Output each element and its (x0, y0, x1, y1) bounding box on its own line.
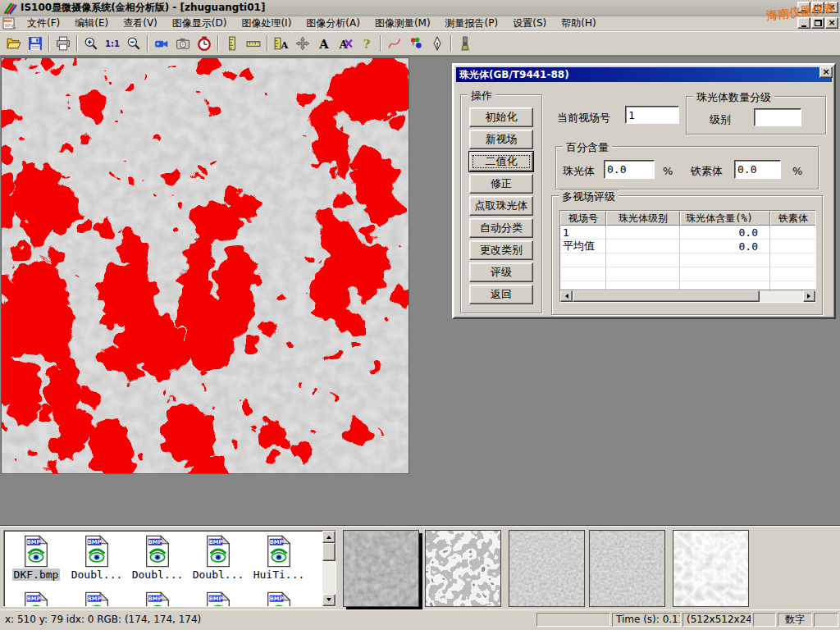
timer-icon[interactable] (194, 34, 215, 53)
pick-pearlite-button[interactable]: 点取珠光体 (469, 196, 533, 216)
open-icon[interactable] (3, 34, 25, 53)
file-name[interactable]: DKF.bmp (12, 568, 61, 581)
mdi-close-button[interactable]: × (825, 17, 838, 29)
menu-edit[interactable]: 编辑(E) (67, 17, 116, 30)
svg-text:DOC: DOC (4, 19, 13, 23)
help-icon[interactable]: ? (356, 34, 377, 53)
grade-button[interactable]: 评级 (469, 262, 533, 282)
scroll-right-icon[interactable] (803, 290, 815, 302)
measure-label-icon[interactable]: A (271, 34, 292, 53)
menu-view[interactable]: 查看(V) (116, 17, 165, 30)
file-name[interactable]: Doubl... (191, 568, 246, 581)
file-item[interactable]: Doubl... (188, 531, 249, 581)
dialog-title-bar[interactable]: 珠光体(GB/T9441-88) (456, 67, 832, 82)
status-panel-empty (536, 613, 610, 627)
menu-image-display[interactable]: 图像显示(D) (165, 17, 235, 30)
mdi-workspace: 珠光体(GB/T9441-88) × 操作 初始化 新视场 二值化 修正 点取珠… (0, 56, 840, 525)
file-item-clipped[interactable] (6, 587, 66, 607)
menu-image-processing[interactable]: 图像处理(I) (234, 17, 299, 30)
zoom-in-icon[interactable] (80, 34, 102, 53)
zoom-out-icon[interactable] (123, 34, 144, 53)
table-row[interactable]: 平均值 0.0 (560, 240, 815, 253)
brush-icon[interactable] (454, 34, 476, 53)
menu-image-analysis[interactable]: 图像分析(A) (299, 17, 368, 30)
col-field-number[interactable]: 视场号 (560, 211, 606, 226)
current-field-input[interactable] (625, 106, 679, 124)
file-item[interactable]: Doubl... (66, 531, 127, 581)
save-icon[interactable] (25, 34, 46, 53)
file-name[interactable]: HuiTi... (252, 568, 307, 581)
multi-field-group-label: 多视场评级 (559, 189, 619, 204)
file-item-clipped[interactable] (66, 587, 127, 607)
text-icon[interactable]: A (313, 34, 335, 53)
col-ferrite[interactable]: 铁素体 (770, 211, 815, 226)
minimize-button[interactable] (797, 2, 810, 13)
file-list-vertical-scrollbar[interactable] (322, 531, 336, 606)
mdi-restore-button[interactable] (811, 17, 824, 29)
video-camera-icon[interactable] (151, 34, 172, 53)
init-button[interactable]: 初始化 (469, 107, 533, 127)
binarize-button[interactable]: 二值化 (469, 152, 533, 171)
thumbnail-1[interactable] (343, 530, 419, 607)
scrollbar-thumb[interactable] (573, 290, 760, 302)
thumbnail-2[interactable] (425, 530, 501, 607)
ruler-icon[interactable] (243, 34, 264, 53)
new-field-button[interactable]: 新视场 (469, 130, 533, 149)
print-icon[interactable] (52, 34, 74, 53)
col-pearlite-grade[interactable]: 珠光体级别 (606, 211, 680, 226)
snapshot-camera-icon[interactable] (172, 34, 194, 53)
pearlite-percent-input[interactable] (604, 160, 655, 179)
menu-help[interactable]: 帮助(H) (554, 17, 603, 30)
thumbnail-5[interactable] (673, 530, 749, 607)
table-horizontal-scrollbar[interactable] (560, 290, 815, 302)
file-item[interactable]: HuiTi... (249, 531, 309, 581)
menu-measure-report[interactable]: 测量报告(P) (438, 17, 506, 30)
file-item[interactable]: DKF.bmp (6, 531, 66, 581)
scroll-left-icon[interactable] (560, 290, 573, 302)
toolbar-separator (450, 35, 452, 52)
level-input[interactable] (754, 108, 801, 126)
scroll-up-icon[interactable] (322, 531, 336, 543)
delete-text-icon[interactable]: A (335, 34, 356, 53)
move-icon[interactable] (292, 34, 313, 53)
file-item-clipped[interactable] (127, 587, 188, 607)
col-pearlite-content[interactable]: 珠光体含量(%) (680, 211, 770, 226)
dialog-close-icon[interactable]: × (819, 66, 833, 78)
correct-button[interactable]: 修正 (469, 174, 533, 194)
micrograph-image[interactable] (1, 57, 409, 474)
file-listbox[interactable]: DKF.bmp Doubl... Doubl... Doubl... (3, 530, 336, 607)
mdi-minimize-button[interactable] (797, 17, 810, 29)
percent-group-label: 百分含量 (563, 140, 612, 155)
table-row[interactable]: 1 0.0 (560, 226, 815, 240)
file-item-clipped[interactable] (188, 587, 249, 607)
actual-size-icon[interactable]: 1:1 (102, 34, 123, 53)
thumbnail-3[interactable] (509, 530, 585, 607)
file-item-clipped[interactable] (249, 587, 309, 607)
menu-image-measure[interactable]: 图像测量(M) (368, 17, 438, 30)
pen-icon[interactable] (427, 34, 448, 53)
ferrite-percent-input[interactable] (734, 160, 781, 179)
menu-file[interactable]: 文件(F) (20, 17, 67, 30)
file-item[interactable]: Doubl... (127, 531, 188, 581)
caliper-icon[interactable] (221, 34, 243, 53)
scroll-down-icon[interactable] (322, 594, 336, 606)
file-strip: DKF.bmp Doubl... Doubl... Doubl... (0, 525, 840, 609)
auto-classify-button[interactable]: 自动分类 (469, 218, 533, 238)
file-name[interactable]: Doubl... (130, 568, 185, 581)
document-icon[interactable]: DOC (2, 17, 16, 30)
rating-table[interactable]: 视场号 珠光体级别 珠光体含量(%) 铁素体 1 0.0 平均值 (559, 210, 816, 303)
change-class-button[interactable]: 更改类别 (469, 240, 533, 260)
close-button[interactable]: × (825, 2, 838, 13)
toolbar: 1:1 A A A ? (0, 31, 840, 56)
return-button[interactable]: 返回 (469, 285, 533, 304)
menu-settings[interactable]: 设置(S) (505, 17, 554, 30)
curve-icon[interactable] (384, 34, 405, 53)
bmp-file-icon (144, 535, 171, 568)
maximize-button[interactable] (811, 2, 824, 13)
color-markers-icon[interactable] (405, 34, 427, 53)
file-name[interactable]: Doubl... (70, 568, 125, 581)
thumbnail-4[interactable] (589, 530, 665, 607)
scrollbar-thumb[interactable] (322, 543, 336, 561)
app-window: IS100显微摄像系统(金相分析版) - [zhuguangti01] × 海南… (0, 0, 840, 630)
percent-group: 百分含量 珠光体 % 铁素体 % (555, 146, 819, 189)
